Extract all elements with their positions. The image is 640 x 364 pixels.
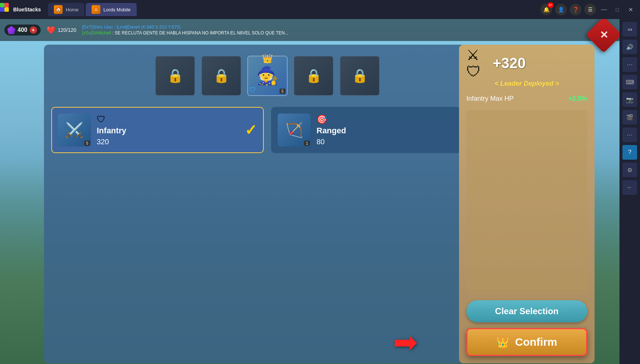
- leader-deployed-label: < Leader Deployed >: [466, 80, 587, 88]
- leader-slot-4[interactable]: 🔒: [293, 56, 334, 96]
- gem-value: 400: [18, 27, 27, 33]
- sidebar-screenshot-button[interactable]: 📷: [622, 92, 637, 107]
- arrow-indicator: ➡: [393, 325, 418, 359]
- infantry-level: 5: [84, 141, 90, 146]
- infantry-name: Infantry: [97, 126, 239, 135]
- infantry-count: 320: [97, 138, 239, 146]
- gem-icon: [7, 26, 15, 34]
- detail-box: [466, 110, 587, 294]
- ranged-icon: 🏹: [285, 122, 303, 139]
- ranged-info: 🎯 Ranged 80: [317, 114, 477, 146]
- leader-slots: 🔒 🔒 👑 🧙 🛡 5 🔒 🔒: [51, 56, 484, 96]
- chat-name-2: [xSx]SirMichell: [82, 30, 111, 36]
- titlebar: BlueStacks 🏠 Home ⚔ Lords Mobile 🔔 87 👤 …: [0, 0, 640, 19]
- leader-crown-icon: 👑: [262, 53, 273, 64]
- sidebar-record-button[interactable]: 🎬: [622, 110, 637, 125]
- chat-line-2: [xSx]SirMichell : SE RECLUTA GENTE DE HA…: [82, 30, 615, 36]
- chat-area: [ExT]Shiro Uwu : [Lmd]Daneil (K:840 X:31…: [82, 25, 615, 36]
- ranged-count: 80: [317, 138, 477, 146]
- ranged-avatar: 🏹 1: [278, 114, 311, 146]
- confirm-button-wrapper: ➡ 👑 Confirm: [466, 328, 587, 356]
- infantry-type-icon: 🛡: [97, 114, 239, 125]
- lock-icon-5: 🔒: [352, 68, 368, 83]
- close-x-icon: ✕: [600, 29, 608, 41]
- chat-text-2: : SE RECLUTA GENTE DE HABLA HISPANA NO I…: [112, 30, 288, 36]
- confirm-label: Confirm: [515, 336, 557, 348]
- leader-shield-icon: 🛡: [249, 86, 256, 94]
- sword-shield-icon: ⚔🛡: [466, 52, 488, 74]
- right-sidebar: ⇔ 🔊 ⋯ ⌨ 📷 🎬 ⋯ ? ⚙ ←: [619, 0, 640, 364]
- heart-icon: ❤️: [47, 26, 56, 34]
- user-profile-button[interactable]: 👤: [555, 4, 567, 15]
- ranged-type-icon: 🎯: [317, 114, 477, 125]
- gem-counter: 400 +: [4, 25, 41, 36]
- hp-counter: ❤️ 120/120: [47, 26, 77, 34]
- infantry-selected-checkmark: ✓: [245, 122, 257, 138]
- bonus-value: +320: [493, 55, 526, 71]
- stat-name-infantry-hp: Infantry Max HP: [466, 95, 514, 103]
- game-area: 400 + ❤️ 120/120 [ExT]Shiro Uwu : [Lmd]D…: [0, 19, 619, 364]
- sidebar-expand-button[interactable]: ⇔: [622, 22, 637, 37]
- leader-face: 🧙: [256, 66, 278, 86]
- infantry-avatar: ⚔️ 5: [58, 114, 91, 146]
- lock-icon-4: 🔒: [306, 68, 322, 83]
- tab-lords-mobile[interactable]: ⚔ Lords Mobile: [86, 3, 136, 16]
- notification-badge: 87: [548, 2, 554, 8]
- minimize-button[interactable]: —: [599, 4, 609, 15]
- maximize-button[interactable]: □: [612, 4, 622, 15]
- sidebar-settings-button[interactable]: ⚙: [622, 163, 637, 177]
- notification-bell[interactable]: 🔔 87: [540, 4, 552, 15]
- ranged-name: Ranged: [317, 126, 477, 135]
- stat-row-infantry-hp: Infantry Max HP +2.5%: [466, 93, 587, 104]
- sidebar-more-button[interactable]: ⋯: [622, 127, 637, 142]
- right-panel: ⚔🛡 +320 < Leader Deployed > Infantry Max…: [459, 45, 595, 363]
- sidebar-controls-button[interactable]: ⋯: [622, 57, 637, 72]
- leader-slot-5[interactable]: 🔒: [340, 56, 380, 96]
- confirm-button[interactable]: 👑 Confirm: [466, 328, 587, 356]
- home-tab-label: Home: [66, 7, 78, 12]
- stat-value-infantry-hp: +2.5%: [568, 95, 587, 103]
- infantry-info: 🛡 Infantry 320: [97, 114, 239, 146]
- ranged-card[interactable]: 🏹 1 🎯 Ranged 80: [271, 107, 484, 153]
- add-gems-button[interactable]: +: [30, 26, 37, 34]
- leader-slot-2[interactable]: 🔒: [201, 56, 241, 96]
- hud-bar: 400 + ❤️ 120/120 [ExT]Shiro Uwu : [Lmd]D…: [0, 19, 619, 41]
- sidebar-volume-button[interactable]: 🔊: [622, 40, 637, 54]
- bluestacks-logo: [0, 3, 13, 16]
- game-icon: ⚔: [92, 5, 100, 14]
- tab-home[interactable]: 🏠 Home: [48, 3, 84, 16]
- sidebar-help-button[interactable]: ?: [622, 145, 637, 160]
- app-name: BlueStacks: [13, 7, 41, 12]
- ranged-level: 1: [304, 141, 310, 146]
- leader-level-badge: 5: [280, 89, 285, 94]
- leader-slot-1[interactable]: 🔒: [155, 56, 195, 96]
- troop-selection: ⚔️ 5 🛡 Infantry 320 ✓ 🏹 1 🎯 Range: [51, 107, 484, 153]
- chat-line-1: [ExT]Shiro Uwu : [Lmd]Daneil (K:840 X:31…: [82, 25, 615, 30]
- chat-name-1: [ExT]Shiro Uwu : [Lmd]Daneil: [82, 25, 140, 30]
- main-panel: 🔒 🔒 👑 🧙 🛡 5 🔒 🔒: [44, 45, 491, 363]
- sidebar-back-button[interactable]: ←: [622, 180, 637, 195]
- close-button[interactable]: ✕: [625, 4, 636, 15]
- help-button[interactable]: ❓: [570, 4, 581, 15]
- infantry-card[interactable]: ⚔️ 5 🛡 Infantry 320 ✓: [51, 107, 264, 153]
- leader-slot-3-active[interactable]: 👑 🧙 🛡 5: [247, 56, 288, 96]
- lock-icon-2: 🔒: [213, 68, 230, 83]
- clear-selection-button[interactable]: Clear Selection: [466, 300, 587, 322]
- sidebar-keyboard-button[interactable]: ⌨: [622, 75, 637, 89]
- home-icon: 🏠: [54, 5, 63, 14]
- bonus-header: ⚔🛡 +320: [466, 52, 587, 74]
- chat-coord: (K:840 X:313 Y:675): [141, 25, 181, 30]
- window-controls: 🔔 87 👤 ❓ ☰ — □ ✕: [540, 4, 636, 15]
- game-tab-label: Lords Mobile: [103, 7, 130, 12]
- lock-icon-1: 🔒: [167, 68, 184, 83]
- menu-button[interactable]: ☰: [584, 4, 596, 15]
- infantry-icon: ⚔️: [65, 122, 84, 139]
- confirm-crown-icon: 👑: [496, 336, 509, 348]
- hp-value: 120/120: [58, 27, 77, 33]
